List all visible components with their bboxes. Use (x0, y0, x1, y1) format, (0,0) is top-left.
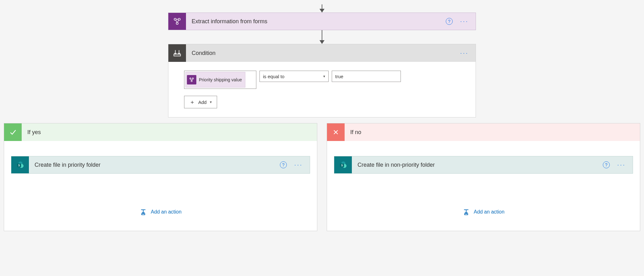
action-title: Extract information from forms (186, 13, 446, 30)
svg-rect-6 (174, 54, 181, 56)
help-icon[interactable]: ? (603, 161, 610, 168)
extract-information-action[interactable]: Extract information from forms ? ··· (168, 13, 476, 30)
svg-line-13 (192, 79, 193, 80)
check-icon (4, 123, 22, 141)
add-action-button[interactable]: Add an action (139, 208, 182, 216)
token-label: Priority shipping value (199, 77, 242, 83)
chevron-down-icon: ▾ (210, 100, 212, 104)
chevron-down-icon: ▾ (323, 74, 325, 78)
svg-rect-29 (465, 214, 468, 215)
svg-point-2 (176, 22, 178, 24)
operator-label: is equal to (263, 74, 284, 79)
condition-expression-row: Priority shipping value is equal to ▾ tr… (184, 71, 463, 89)
svg-line-3 (176, 20, 177, 23)
condition-icon (168, 44, 186, 62)
svg-text:S: S (18, 164, 20, 167)
more-menu-icon[interactable]: ··· (294, 162, 303, 168)
action-title: Create file in non-priority folder (352, 156, 603, 173)
condition-left-operand[interactable]: Priority shipping value (184, 71, 256, 89)
x-icon (327, 123, 345, 141)
flow-arrow-mid (319, 30, 325, 44)
sharepoint-icon: S (11, 156, 29, 173)
svg-rect-20 (142, 214, 145, 215)
ai-builder-icon (168, 13, 186, 30)
ai-builder-icon (187, 75, 196, 84)
create-file-priority-action[interactable]: S Create file in priority folder ? ··· (11, 156, 310, 174)
branch-title: If yes (22, 123, 317, 141)
insert-action-icon (139, 208, 147, 216)
condition-value-input[interactable]: true (332, 71, 401, 82)
if-no-branch: If no S Create file in non-priority fold… (327, 123, 640, 231)
svg-text:S: S (341, 164, 343, 167)
condition-title: Condition (186, 44, 460, 62)
plus-icon: ＋ (189, 99, 195, 105)
svg-point-11 (191, 80, 192, 82)
action-title: Create file in priority folder (29, 156, 280, 173)
if-yes-branch: If yes S Create file in priority folder (4, 123, 317, 231)
help-icon[interactable]: ? (446, 18, 453, 25)
sharepoint-icon: S (334, 156, 352, 173)
create-file-nonpriority-action[interactable]: S Create file in non-priority folder ? ·… (334, 156, 633, 174)
condition-operator-dropdown[interactable]: is equal to ▾ (259, 71, 329, 82)
help-icon[interactable]: ? (280, 161, 287, 168)
add-action-button[interactable]: Add an action (462, 208, 505, 216)
more-menu-icon[interactable]: ··· (460, 19, 469, 24)
more-menu-icon[interactable]: ··· (460, 50, 469, 56)
add-condition-button[interactable]: ＋ Add ▾ (184, 96, 217, 108)
svg-line-12 (191, 79, 191, 80)
more-menu-icon[interactable]: ··· (617, 162, 626, 168)
flow-arrow-top (319, 4, 325, 13)
svg-line-4 (177, 20, 178, 23)
insert-action-icon (462, 208, 470, 216)
branch-title: If no (345, 123, 640, 141)
condition-block[interactable]: Condition ··· (168, 44, 476, 117)
